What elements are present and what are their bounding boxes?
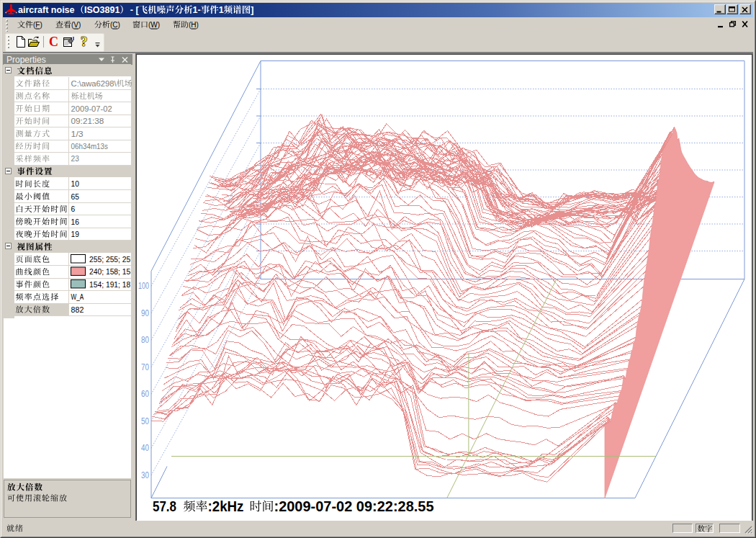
svg-text:): ) bbox=[78, 21, 81, 29]
svg-text:ISO3891: ISO3891 bbox=[84, 5, 120, 15]
svg-text:240; 158; 158: 240; 158; 158 bbox=[89, 267, 135, 276]
svg-text:90: 90 bbox=[141, 308, 149, 318]
svg-text:16: 16 bbox=[71, 218, 79, 226]
svg-text:10: 10 bbox=[71, 179, 79, 188]
svg-text:882: 882 bbox=[71, 305, 84, 314]
svg-text:80: 80 bbox=[141, 334, 149, 345]
svg-text:100: 100 bbox=[138, 280, 149, 291]
svg-text:W_A: W_A bbox=[71, 292, 84, 301]
svg-text:): ) bbox=[118, 21, 120, 29]
svg-text:): ) bbox=[40, 21, 42, 29]
svg-text:19: 19 bbox=[71, 230, 79, 238]
svg-text:): ) bbox=[197, 21, 199, 29]
svg-text:): ) bbox=[158, 21, 160, 29]
svg-text:C: C bbox=[112, 21, 117, 29]
svg-text:W: W bbox=[150, 21, 158, 29]
svg-text:1-: 1- bbox=[193, 5, 201, 15]
svg-text:50: 50 bbox=[141, 416, 149, 426]
svg-text:6: 6 bbox=[71, 205, 76, 213]
svg-text:- [: - [ bbox=[130, 5, 140, 15]
svg-text:65: 65 bbox=[71, 192, 79, 201]
svg-text:]: ] bbox=[251, 5, 253, 15]
svg-text:1: 1 bbox=[219, 5, 224, 15]
svg-text:aircraft noise: aircraft noise bbox=[18, 5, 75, 15]
svg-text:255; 255; 255: 255; 255; 255 bbox=[89, 255, 135, 264]
svg-text:60: 60 bbox=[141, 388, 149, 399]
svg-text:1/3: 1/3 bbox=[71, 130, 84, 138]
svg-text:70: 70 bbox=[141, 362, 149, 372]
svg-text:H: H bbox=[191, 21, 196, 29]
svg-text:154; 191; 187: 154; 191; 187 bbox=[89, 280, 135, 289]
svg-text:09:21:38: 09:21:38 bbox=[71, 117, 104, 125]
svg-text:06h34m13s: 06h34m13s bbox=[71, 142, 109, 151]
svg-text:C:\awa6298\: C:\awa6298\ bbox=[71, 79, 117, 88]
svg-text:40: 40 bbox=[141, 442, 149, 453]
svg-text:23: 23 bbox=[71, 154, 79, 163]
svg-text:Properties: Properties bbox=[6, 55, 46, 65]
svg-text:2009-07-02: 2009-07-02 bbox=[71, 104, 112, 113]
svg-text:30: 30 bbox=[141, 470, 149, 480]
svg-text::2009-07-02 09:22:28.55: :2009-07-02 09:22:28.55 bbox=[274, 498, 434, 514]
svg-text:57.8: 57.8 bbox=[153, 498, 176, 514]
svg-text::2kHz: :2kHz bbox=[208, 498, 244, 514]
